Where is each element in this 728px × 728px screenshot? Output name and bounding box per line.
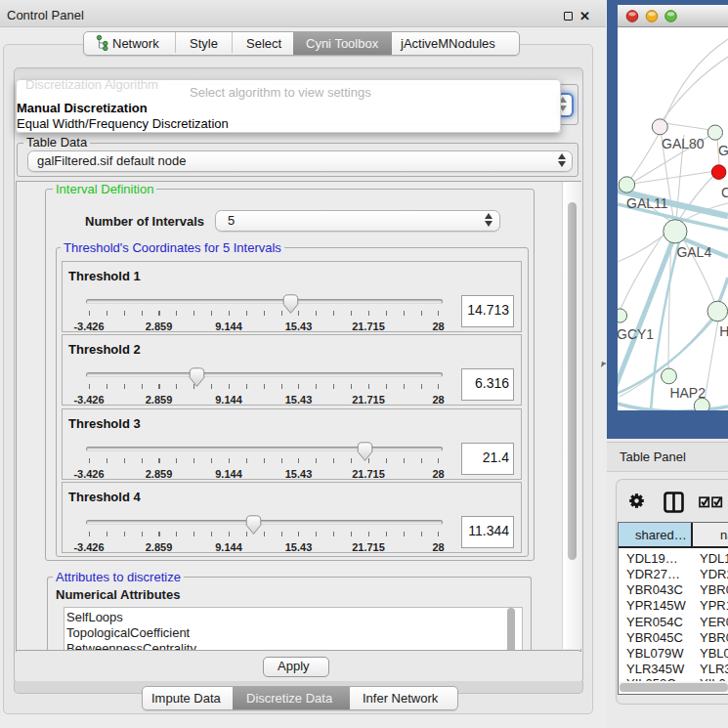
svg-text:GCY1: GCY1 bbox=[618, 326, 654, 342]
svg-text:G.: G. bbox=[718, 143, 728, 158]
svg-text:C: C bbox=[721, 185, 728, 200]
svg-text:GAL4: GAL4 bbox=[676, 244, 711, 260]
svg-text:GAL80: GAL80 bbox=[662, 136, 705, 151]
svg-text:H: H bbox=[719, 323, 728, 339]
svg-text:GAL11: GAL11 bbox=[626, 195, 668, 211]
svg-text:HAP2: HAP2 bbox=[669, 385, 706, 401]
